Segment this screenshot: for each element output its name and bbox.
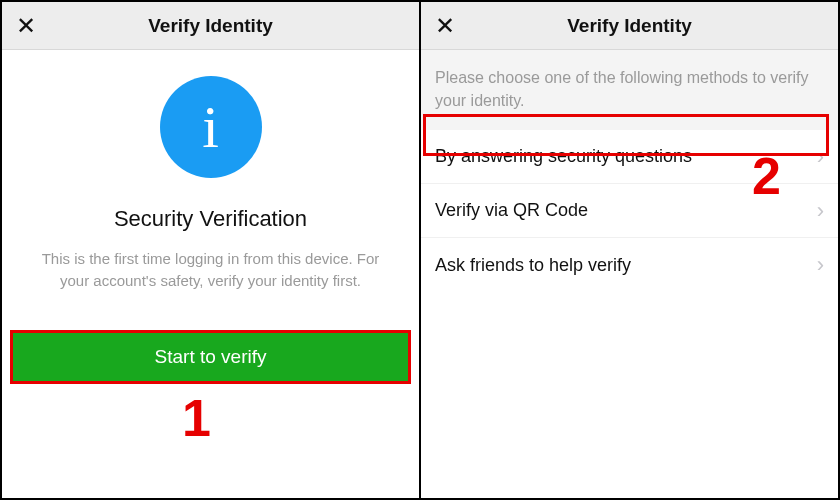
header: ✕ Verify Identity	[421, 2, 838, 50]
option-ask-friends[interactable]: Ask friends to help verify ›	[421, 238, 838, 292]
option-label: Ask friends to help verify	[435, 255, 631, 276]
section-subtitle: This is the first time logging in from t…	[18, 248, 403, 292]
close-button[interactable]: ✕	[12, 10, 40, 42]
info-glyph: i	[202, 93, 219, 162]
chevron-right-icon: ›	[817, 144, 824, 170]
annotation-step-2: 2	[752, 146, 781, 206]
close-button[interactable]: ✕	[431, 10, 459, 42]
button-label: Start to verify	[155, 346, 267, 368]
hero: i Security Verification This is the firs…	[2, 50, 419, 302]
screen-choose-method: ✕ Verify Identity Please choose one of t…	[421, 2, 838, 498]
chevron-right-icon: ›	[817, 198, 824, 224]
option-label: Verify via QR Code	[435, 200, 588, 221]
instruction-text: Please choose one of the following metho…	[421, 50, 838, 130]
info-icon: i	[160, 76, 262, 178]
screen-security-verification: ✕ Verify Identity i Security Verificatio…	[2, 2, 421, 498]
option-label: By answering security questions	[435, 146, 692, 167]
section-title: Security Verification	[114, 206, 307, 232]
tutorial-container: ✕ Verify Identity i Security Verificatio…	[0, 0, 840, 500]
page-title: Verify Identity	[567, 15, 692, 37]
page-title: Verify Identity	[148, 15, 273, 37]
header: ✕ Verify Identity	[2, 2, 419, 50]
start-to-verify-button[interactable]: Start to verify	[10, 330, 411, 384]
annotation-step-1: 1	[182, 388, 211, 448]
chevron-right-icon: ›	[817, 252, 824, 278]
